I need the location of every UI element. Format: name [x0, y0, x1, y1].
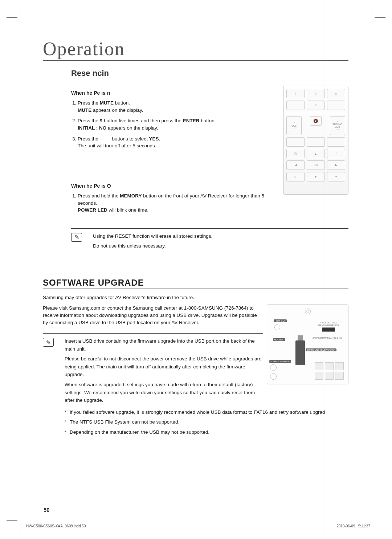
- jack-icon: [270, 364, 277, 371]
- step: Press the buttons to select YES. The uni…: [78, 135, 279, 150]
- software-row: Please visit Samsung.com or contact the …: [43, 305, 348, 406]
- crop-mark: [20, 4, 20, 16]
- enter-icon: ⏎: [314, 163, 318, 168]
- usb-label: ONLY USE FOR FIRMWARE UPDATE: [318, 322, 339, 331]
- remote-button: 𝑖: [327, 149, 345, 158]
- page: Operation Rese ncin When he Pe is n Pres…: [0, 0, 392, 539]
- t: Press the: [78, 100, 100, 106]
- reset-section: Rese ncin When he Pe is n Press the MUTE…: [71, 69, 348, 252]
- usb-label-text: ONLY USE FOR FIRMWARE UPDATE: [318, 322, 339, 326]
- note-line: Please be careful to not disconnect the …: [65, 355, 263, 379]
- footer-meta: HW-C500-C560S-XAA_0609.indd 50 2010-06-0…: [26, 524, 370, 528]
- tuning-label: TUNING /CH: [330, 123, 345, 128]
- page-number: 50: [44, 507, 50, 513]
- crop-mark: [375, 17, 385, 18]
- step: Press the 9 button ﬁve times and then pr…: [78, 117, 279, 131]
- power-on-steps: Press the MUTE button. MUTE appears on t…: [78, 99, 279, 149]
- mute-icon: 🔇: [313, 119, 318, 123]
- software-intro: Samsung may offer upgrades for AV Receiv…: [43, 294, 348, 301]
- t: .: [159, 136, 160, 142]
- remote-button: ↺: [286, 172, 305, 181]
- crop-mark: [7, 520, 17, 521]
- back-panel-illustration: HDMI OUT ONLY USE FOR FIRMWARE UPDATE MO…: [267, 305, 348, 384]
- software-p2: Please visit Samsung.com or contact the …: [43, 305, 263, 326]
- software-heading: SOFTWARE UPGRADE: [43, 278, 348, 289]
- surround-label: SURROUND | SUBWOOFER: [306, 348, 336, 351]
- crop-mark: [372, 4, 372, 16]
- software-note: ✎ Insert a USB drive containing the ﬁrmw…: [43, 333, 263, 407]
- t: will blink one time.: [107, 207, 148, 213]
- footer-time: 5:11:37: [358, 524, 370, 528]
- remote-button: ▯: [307, 101, 325, 110]
- t: The unit will turn off after 5 seconds.: [78, 143, 156, 148]
- vol-label: VOL: [291, 124, 297, 127]
- terminal-icon: [315, 372, 323, 380]
- remote-button: ▢: [286, 149, 305, 158]
- terminal-icon: [325, 372, 334, 380]
- monitor-label: MONITOR: [273, 338, 285, 341]
- terminal-icon: [335, 372, 344, 380]
- reset-row: When he Pe is n Press the MUTE button. M…: [71, 86, 348, 217]
- terminal-icon: [335, 362, 344, 370]
- remote-button: ▶: [327, 160, 345, 170]
- screw-icon: [305, 309, 311, 314]
- step: Press and hold the MEMORY button on the …: [78, 192, 279, 214]
- note-text: Insert a USB drive containing the ﬁrmwar…: [65, 337, 263, 407]
- note-text: Using the RESET function will erase all …: [93, 232, 212, 252]
- reset-heading: Rese ncin: [71, 69, 348, 79]
- t: Press the: [78, 118, 100, 123]
- vol-button: ＋VOL－: [286, 116, 302, 135]
- footer-datetime: 2010-06-09 5:11:37: [336, 524, 370, 528]
- software-body: Please visit Samsung.com or contact the …: [43, 305, 263, 406]
- remote-button: ▯: [307, 89, 325, 98]
- note-icon: ✎: [43, 338, 54, 347]
- power-off-steps: Press and hold the MEMORY button on the …: [78, 192, 279, 214]
- power-on-title: When he Pe is n: [71, 89, 279, 97]
- mute-button: 🔇: [310, 116, 322, 126]
- t: INITIAL : NO: [78, 125, 106, 131]
- tuning-button: ︿TUNING /CH﹀: [330, 116, 345, 135]
- t: Press and hold the: [78, 193, 120, 199]
- footer-file: HW-C500-C560S-XAA_0609.indd 50: [26, 524, 86, 528]
- t: button.: [114, 100, 130, 106]
- t: MEMORY: [120, 193, 142, 199]
- note-line: Insert a USB drive containing the ﬁrmwar…: [65, 337, 263, 353]
- remote-button: ▼: [307, 172, 325, 181]
- remote-button: [327, 101, 345, 110]
- enter-button: ⏎: [307, 160, 325, 170]
- t: appears on the display.: [91, 107, 143, 113]
- remote-button: [286, 101, 305, 110]
- t: MUTE: [100, 100, 114, 106]
- t: YES: [149, 136, 159, 142]
- note-icon: ✎: [71, 233, 82, 242]
- remote-button: ▯: [286, 89, 305, 98]
- terminal-icon: [315, 362, 323, 370]
- remote-button: ▯: [327, 89, 345, 98]
- crop-mark: [20, 523, 20, 535]
- content-area: Operation Rese ncin When he Pe is n Pres…: [0, 0, 392, 436]
- t: Press the: [78, 136, 100, 142]
- reset-note: ✎ Using the RESET function will erase al…: [71, 228, 348, 252]
- remote-button: ▲: [307, 149, 325, 158]
- terminal-icon: [325, 362, 334, 370]
- power-off-title: When he Pe is O: [71, 182, 279, 189]
- jack-icon: [270, 373, 277, 380]
- note-line: When software is upgraded, settings you …: [65, 381, 263, 404]
- remote-button: [286, 137, 305, 147]
- usb-drive-icon: [295, 340, 305, 365]
- t: MUTE: [78, 107, 91, 113]
- chapter-title: Operation: [43, 38, 348, 61]
- usb-slot-icon: [322, 327, 335, 332]
- reset-body: When he Pe is n Press the MUTE button. M…: [71, 86, 279, 217]
- speaker-label: SPEAKER IMPEDANCE 6~8Ω: [313, 337, 342, 339]
- hdmi-port-icon: [274, 324, 280, 330]
- bullet: Depending on the manufacturer, the USB m…: [65, 429, 348, 436]
- t: buttons to select: [111, 136, 149, 142]
- remote-illustration: ▯ ▯ ▯ ▯ ＋VOL－ 🔇 ︿TUNING /CH﹀: [283, 86, 348, 195]
- note-line: Do not use this unless necessary.: [93, 242, 212, 250]
- note-line: Using the RESET function will erase all …: [93, 232, 212, 240]
- speaker-terminals: [315, 362, 344, 380]
- hdmi-label: HDMI OUT: [274, 319, 287, 322]
- subwoofer-label: SUBWOOFER OUT: [269, 360, 291, 363]
- footer-date: 2010-06-09: [336, 524, 355, 528]
